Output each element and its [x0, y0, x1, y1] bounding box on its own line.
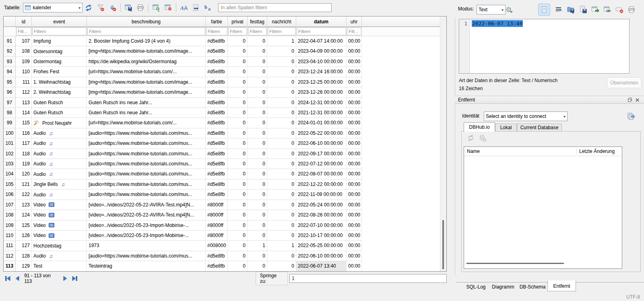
cell-event[interactable]: Hochzeitstag — [32, 241, 87, 251]
cell-privat[interactable]: 0 — [228, 98, 248, 108]
clone-database-button[interactable] — [478, 134, 487, 142]
cell-id[interactable]: 111 — [16, 77, 32, 87]
scrollbar-thumb[interactable] — [442, 220, 444, 269]
cell-id[interactable]: 112 — [16, 87, 32, 97]
row-header[interactable]: 109 — [4, 221, 16, 231]
vertical-scrollbar[interactable] — [440, 16, 446, 271]
cell-uhr[interactable]: 00:00 — [347, 169, 362, 179]
refresh-button[interactable] — [83, 2, 94, 13]
remote-tab-dbhub[interactable]: DBHub.io — [464, 122, 495, 132]
cell-datum[interactable]: 2023-12-24 16:00:00 — [296, 67, 347, 77]
cell-id[interactable]: 121 — [16, 179, 32, 190]
cell-id[interactable]: 110 — [16, 67, 32, 77]
cell-uhr[interactable]: 00:00 — [347, 128, 362, 138]
row-header[interactable]: 108 — [4, 210, 16, 220]
row-header[interactable]: 110 — [4, 231, 16, 241]
cell-privat[interactable]: 0 — [228, 108, 248, 118]
cell-nachricht[interactable]: 0 — [267, 210, 296, 220]
cell-event[interactable]: Video — [32, 200, 87, 210]
cell-uhr[interactable]: 00:00 — [347, 251, 362, 261]
cell-nachricht[interactable]: 0 — [267, 138, 296, 148]
open-external-button[interactable] — [590, 5, 600, 14]
print-cell-button[interactable] — [627, 5, 636, 14]
cell-festtag[interactable]: 0 — [248, 67, 267, 77]
cell-nachricht[interactable]: 0 — [267, 179, 296, 190]
text-mode-button[interactable] — [538, 4, 550, 16]
cell-nachricht[interactable]: 0 — [267, 221, 296, 231]
cell-datum[interactable]: 2022-05-22 00:00:00 — [296, 128, 347, 138]
cell-festtag[interactable]: 0 — [248, 200, 267, 210]
cell-nachricht[interactable]: 0 — [267, 118, 296, 128]
cell-beschreibung[interactable]: [img=https://www.mobirise-tutorials.com/… — [87, 77, 206, 87]
cell-datum[interactable]: 2022-05-25 00:00:00 — [296, 241, 347, 251]
cell-farbe[interactable]: #d5e8fb — [206, 77, 228, 87]
cell-festtag[interactable]: 0 — [248, 190, 267, 200]
cell-event[interactable]: Audio♫ — [32, 251, 87, 261]
cell-event[interactable]: Guten Rutsch — [32, 108, 87, 118]
cell-nachricht[interactable]: 0 — [267, 169, 296, 179]
cell-uhr[interactable]: 00:00 — [347, 67, 362, 77]
cell-beschreibung[interactable]: [url=https://www.mobirise-tutorials.com/… — [87, 67, 206, 77]
cell-farbe[interactable]: #d5e8fb — [206, 118, 228, 128]
cell-beschreibung[interactable]: 2. Booster Impfung Covid-19 (4 von 4) — [87, 36, 206, 46]
row-header[interactable]: 99 — [4, 118, 16, 128]
filter-input-beschreibung[interactable] — [87, 27, 205, 35]
cell-festtag[interactable]: 0 — [248, 149, 267, 159]
cell-datum[interactable]: 2022-12-22 00:00:00 — [296, 179, 347, 190]
cell-id[interactable]: 118 — [16, 149, 32, 159]
cell-festtag[interactable]: 0 — [248, 87, 267, 97]
dock-tab-sql-log[interactable]: SQL-Log — [463, 282, 489, 291]
cell-farbe[interactable]: #8000ff — [206, 221, 228, 231]
filter-input-nachricht[interactable] — [268, 27, 296, 35]
cell-farbe[interactable]: #d5e8fb — [206, 169, 228, 179]
edit-font-button[interactable]: AA — [178, 2, 190, 13]
clear-sorting-button[interactable] — [107, 2, 118, 13]
cell-id[interactable]: 120 — [16, 169, 32, 179]
cell-privat[interactable]: 0 — [228, 241, 248, 251]
last-page-button[interactable] — [70, 274, 79, 283]
cell-datum[interactable]: 2023-04-10 00:00:00 — [296, 57, 347, 67]
cell-festtag[interactable]: 1 — [248, 241, 267, 251]
remote-refresh-button[interactable] — [466, 134, 475, 142]
cell-farbe[interactable]: #d5e8fb — [206, 251, 228, 261]
cell-festtag[interactable]: 0 — [248, 118, 267, 128]
identity-selector[interactable]: Select an identity to connect ▾ — [484, 111, 568, 121]
cell-privat[interactable]: 0 — [228, 46, 248, 56]
cell-uhr[interactable]: 00:00 — [347, 179, 362, 190]
cell-nachricht[interactable]: 0 — [267, 251, 296, 261]
insert-record-button[interactable] — [151, 2, 162, 13]
cell-beschreibung[interactable]: Guten Rutsch ins neue Jahr... — [87, 98, 206, 108]
cell-privat[interactable]: 0 — [228, 190, 248, 200]
cell-id[interactable]: 127 — [16, 241, 32, 251]
find-in-table-button[interactable] — [190, 2, 202, 13]
cell-farbe[interactable]: #d5e8fb — [206, 108, 228, 118]
cell-nachricht[interactable]: 0 — [267, 108, 296, 118]
word-wrap-button[interactable] — [554, 5, 564, 14]
cell-farbe[interactable]: #d5e8fb — [206, 87, 228, 97]
filter-input-uhr[interactable] — [347, 27, 361, 35]
cell-privat[interactable]: 0 — [228, 221, 248, 231]
settings-button[interactable]: ⚙ — [505, 5, 514, 14]
cell-farbe[interactable]: #d5e8fb — [206, 67, 228, 77]
column-header-event[interactable]: event — [32, 16, 87, 27]
cell-uhr[interactable]: 00:00 — [347, 231, 362, 241]
column-header-uhr[interactable]: uhr — [347, 16, 362, 27]
next-page-button[interactable] — [61, 274, 70, 283]
cell-datum[interactable]: 2022-06-10 00:00:00 — [296, 251, 347, 261]
cell-beschreibung[interactable]: [img=https://www.mobirise-tutorials.com/… — [87, 87, 206, 97]
row-header[interactable]: 92 — [4, 46, 16, 56]
cell-datum[interactable]: 2022-07-12 00:00:00 — [296, 159, 347, 169]
cell-festtag[interactable]: 0 — [248, 108, 267, 118]
cell-uhr[interactable]: 00:00 — [347, 210, 362, 220]
cell-uhr[interactable]: 00:00 — [347, 36, 362, 46]
first-page-button[interactable] — [4, 274, 12, 283]
cell-privat[interactable]: 0 — [228, 57, 248, 67]
cell-event[interactable]: 2. Weihnachtstag — [32, 87, 87, 97]
cell-id[interactable]: 115 — [16, 118, 32, 128]
horizontal-scrollbar[interactable] — [466, 263, 564, 264]
cell-id[interactable]: 125 — [16, 221, 32, 231]
cell-id[interactable]: 117 — [16, 138, 32, 148]
cell-event[interactable]: Audio♫ — [32, 190, 87, 200]
cell-event[interactable]: Audio♫ — [32, 149, 87, 159]
cell-festtag[interactable]: 0 — [248, 98, 267, 108]
